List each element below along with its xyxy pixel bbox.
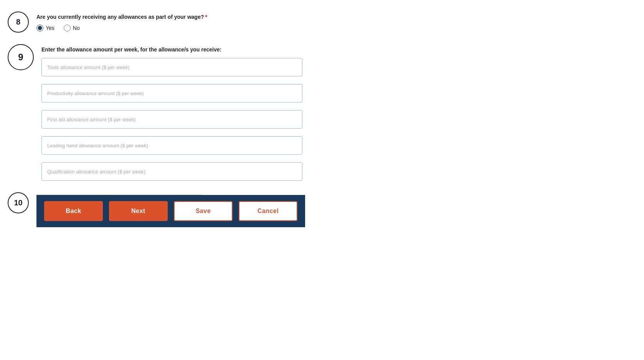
radio-yes-input[interactable] bbox=[36, 25, 43, 31]
step9-circle: 9 bbox=[8, 44, 34, 70]
cancel-button[interactable]: Cancel bbox=[239, 201, 297, 221]
productivity-allowance-input[interactable] bbox=[41, 84, 302, 102]
radio-no-option[interactable]: No bbox=[64, 25, 80, 31]
step10-content: Back Next Save Cancel bbox=[36, 192, 322, 227]
step8-radio-group: Yes No bbox=[36, 25, 322, 31]
qualification-allowance-input[interactable] bbox=[41, 162, 302, 181]
radio-no-input[interactable] bbox=[64, 25, 71, 31]
radio-yes-option[interactable]: Yes bbox=[36, 25, 54, 31]
tools-allowance-input[interactable] bbox=[41, 58, 302, 76]
firstaid-allowance-input[interactable] bbox=[41, 110, 302, 129]
step8-number: 8 bbox=[16, 18, 20, 26]
step9-label: Enter the allowance amount per week, for… bbox=[41, 46, 322, 53]
step10-section: 10 Back Next Save Cancel bbox=[8, 192, 322, 227]
step10-circle: 10 bbox=[8, 192, 29, 213]
step8-section: 8 Are you currently receiving any allowa… bbox=[8, 12, 322, 33]
step9-number: 9 bbox=[18, 52, 23, 63]
footer-bar: Back Next Save Cancel bbox=[36, 195, 305, 227]
step8-question: Are you currently receiving any allowanc… bbox=[36, 14, 322, 20]
required-indicator: * bbox=[205, 14, 207, 20]
step9-content: Enter the allowance amount per week, for… bbox=[41, 44, 322, 181]
leadinghand-allowance-input[interactable] bbox=[41, 136, 302, 155]
page-container: 8 Are you currently receiving any allowa… bbox=[0, 8, 330, 231]
radio-yes-label: Yes bbox=[46, 25, 54, 31]
step10-number: 10 bbox=[14, 198, 22, 207]
step8-circle: 8 bbox=[8, 12, 29, 33]
step8-content: Are you currently receiving any allowanc… bbox=[36, 12, 322, 31]
back-button[interactable]: Back bbox=[44, 201, 103, 221]
radio-no-label: No bbox=[73, 25, 80, 31]
save-button[interactable]: Save bbox=[174, 201, 233, 221]
allowance-inputs-group bbox=[41, 58, 322, 181]
next-button[interactable]: Next bbox=[109, 201, 168, 221]
step9-section: 9 Enter the allowance amount per week, f… bbox=[8, 44, 322, 181]
